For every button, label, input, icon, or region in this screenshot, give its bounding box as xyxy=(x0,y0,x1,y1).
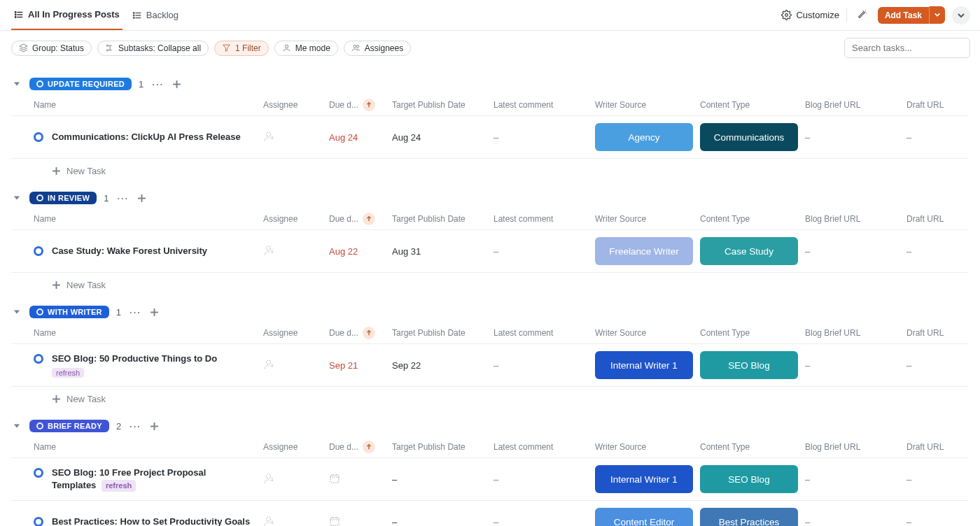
task-row[interactable]: SEO Blog: 50 Productive Things to Dorefr… xyxy=(11,344,969,387)
status-pill[interactable]: WITH WRITER xyxy=(29,306,109,318)
target-publish-date[interactable]: – xyxy=(392,474,493,485)
tag-refresh[interactable]: refresh xyxy=(102,480,136,492)
status-indicator-icon[interactable] xyxy=(34,132,43,142)
col-blog-brief-url[interactable]: Blog Brief URL xyxy=(805,442,906,452)
group-add-task[interactable] xyxy=(137,194,146,203)
col-writer-source[interactable]: Writer Source xyxy=(595,100,700,110)
draft-url[interactable]: – xyxy=(906,517,980,527)
customize-button[interactable]: Customize xyxy=(781,10,839,20)
chip-group[interactable]: Group: Status xyxy=(11,41,92,56)
task-row[interactable]: Case Study: Wake Forest University Aug 2… xyxy=(11,230,969,273)
blog-brief-url[interactable]: – xyxy=(805,132,906,143)
calendar-icon[interactable] xyxy=(329,516,340,527)
col-writer-source[interactable]: Writer Source xyxy=(595,328,700,338)
task-row[interactable]: Best Practices: How to Set Productivity … xyxy=(11,501,969,526)
col-draft-url[interactable]: Draft URL xyxy=(906,214,980,224)
col-draft-url[interactable]: Draft URL xyxy=(906,442,980,452)
col-draft-url[interactable]: Draft URL xyxy=(906,100,980,110)
status-indicator-icon[interactable] xyxy=(34,354,43,364)
content-type[interactable]: SEO Blog xyxy=(700,465,805,493)
writer-source[interactable]: Freelance Writer xyxy=(595,237,700,265)
task-row[interactable]: SEO Blog: 10 Free Project Proposal Templ… xyxy=(11,458,969,501)
col-content-type[interactable]: Content Type xyxy=(700,100,805,110)
chip-assignees[interactable]: Assignees xyxy=(344,41,411,56)
col-latest-comment[interactable]: Latest comment xyxy=(493,214,595,224)
target-publish-date[interactable]: Aug 31 xyxy=(392,246,493,257)
new-task-button[interactable]: New Task xyxy=(11,387,969,407)
col-latest-comment[interactable]: Latest comment xyxy=(493,328,595,338)
group-add-task[interactable] xyxy=(150,422,159,431)
col-target[interactable]: Target Publish Date xyxy=(392,442,493,452)
draft-url[interactable]: – xyxy=(906,474,980,485)
latest-comment[interactable]: – xyxy=(493,517,595,527)
status-indicator-icon[interactable] xyxy=(34,517,43,526)
col-name[interactable]: Name xyxy=(34,328,263,338)
col-draft-url[interactable]: Draft URL xyxy=(906,328,980,338)
due-date[interactable]: Aug 24 xyxy=(329,132,392,143)
new-task-button[interactable]: New Task xyxy=(11,273,969,293)
col-target[interactable]: Target Publish Date xyxy=(392,328,493,338)
latest-comment[interactable]: – xyxy=(493,132,595,143)
blog-brief-url[interactable]: – xyxy=(805,360,906,371)
sort-ascending-icon[interactable] xyxy=(363,213,375,225)
status-pill[interactable]: BRIEF READY xyxy=(29,420,109,432)
group-more-menu[interactable]: ··· xyxy=(150,79,165,90)
draft-url[interactable]: – xyxy=(906,246,980,257)
sort-ascending-icon[interactable] xyxy=(363,99,375,111)
group-add-task[interactable] xyxy=(172,80,181,89)
col-content-type[interactable]: Content Type xyxy=(700,214,805,224)
more-menu-button[interactable] xyxy=(952,6,970,24)
status-indicator-icon[interactable] xyxy=(34,246,43,256)
search-input[interactable] xyxy=(844,38,970,58)
col-blog-brief-url[interactable]: Blog Brief URL xyxy=(805,100,906,110)
writer-source[interactable]: Internal Writer 1 xyxy=(595,465,700,493)
latest-comment[interactable]: – xyxy=(493,474,595,485)
blog-brief-url[interactable]: – xyxy=(805,246,906,257)
group-add-task[interactable] xyxy=(150,308,159,317)
target-publish-date[interactable]: – xyxy=(392,517,493,527)
chip-filter[interactable]: 1 Filter xyxy=(214,41,269,56)
latest-comment[interactable]: – xyxy=(493,360,595,371)
tag-refresh[interactable]: refresh xyxy=(52,368,84,378)
content-type[interactable]: Communications xyxy=(700,123,805,151)
collapse-toggle[interactable] xyxy=(11,420,22,432)
new-task-button[interactable]: New Task xyxy=(11,159,969,179)
col-latest-comment[interactable]: Latest comment xyxy=(493,100,595,110)
collapse-toggle[interactable] xyxy=(11,306,22,318)
col-assignee[interactable]: Assignee xyxy=(263,328,329,338)
assign-user-icon[interactable] xyxy=(263,358,276,371)
col-name[interactable]: Name xyxy=(34,100,263,110)
due-date[interactable] xyxy=(329,516,392,527)
calendar-icon[interactable] xyxy=(329,473,340,484)
group-more-menu[interactable]: ··· xyxy=(115,193,130,204)
chip-subtasks[interactable]: Subtasks: Collapse all xyxy=(97,41,209,56)
col-blog-brief-url[interactable]: Blog Brief URL xyxy=(805,328,906,338)
status-indicator-icon[interactable] xyxy=(34,468,43,478)
due-date[interactable]: Aug 22 xyxy=(329,246,392,257)
col-due[interactable]: Due d... xyxy=(329,99,392,111)
target-publish-date[interactable]: Aug 24 xyxy=(392,132,493,143)
writer-source[interactable]: Agency xyxy=(595,123,700,151)
magic-wand-button[interactable] xyxy=(854,7,871,24)
group-more-menu[interactable]: ··· xyxy=(128,307,143,318)
col-content-type[interactable]: Content Type xyxy=(700,328,805,338)
content-type[interactable]: Case Study xyxy=(700,237,805,265)
col-due[interactable]: Due d... xyxy=(329,441,392,453)
col-due[interactable]: Due d... xyxy=(329,327,392,339)
draft-url[interactable]: – xyxy=(906,360,980,371)
blog-brief-url[interactable]: – xyxy=(805,517,906,527)
col-name[interactable]: Name xyxy=(34,214,263,224)
content-type[interactable]: SEO Blog xyxy=(700,351,805,379)
add-task-dropdown[interactable] xyxy=(929,6,945,24)
assign-user-icon[interactable] xyxy=(263,130,276,143)
writer-source[interactable]: Internal Writer 1 xyxy=(595,351,700,379)
col-blog-brief-url[interactable]: Blog Brief URL xyxy=(805,214,906,224)
collapse-toggle[interactable] xyxy=(11,192,22,204)
sort-ascending-icon[interactable] xyxy=(363,441,375,453)
col-target[interactable]: Target Publish Date xyxy=(392,214,493,224)
due-date[interactable]: Sep 21 xyxy=(329,360,392,371)
chip-me-mode[interactable]: Me mode xyxy=(274,41,338,56)
group-more-menu[interactable]: ··· xyxy=(128,421,143,432)
writer-source[interactable]: Content Editor xyxy=(595,508,700,526)
col-assignee[interactable]: Assignee xyxy=(263,214,329,224)
